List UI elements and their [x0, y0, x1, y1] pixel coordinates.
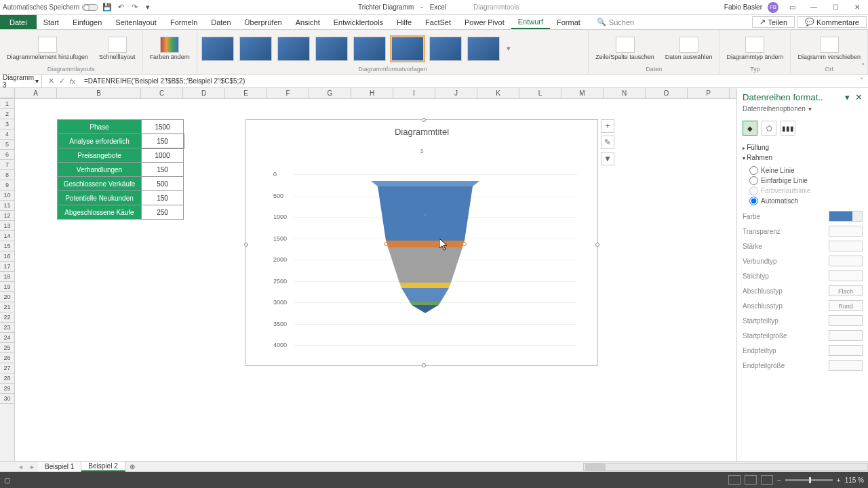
row-13[interactable]: 13 [0, 221, 14, 231]
chart-styles-button[interactable]: ✎ [601, 136, 614, 149]
close-icon[interactable]: ✕ [849, 1, 865, 14]
cell-gesch-label[interactable]: Geschlossene Verkäufe [58, 177, 142, 191]
row-7[interactable]: 7 [0, 160, 14, 170]
page-break-view-icon[interactable] [761, 475, 773, 485]
tab-formulas[interactable]: Formeln [163, 15, 204, 29]
chart-object[interactable]: Diagrammtitel 1 0 500 1000 1500 2000 250… [245, 119, 598, 366]
cell-abg-label[interactable]: Abgeschlossene Käufe [58, 205, 142, 220]
fill-section[interactable]: Füllung [743, 142, 863, 152]
expand-fx-icon[interactable]: ˅ [856, 77, 868, 85]
search-box[interactable]: 🔍 Suchen [591, 15, 639, 29]
funnel-shape[interactable] [364, 174, 486, 317]
quick-layout-button[interactable]: Schnelllayout [95, 35, 140, 62]
row-26[interactable]: 26 [0, 353, 14, 363]
series-tab-icon[interactable]: ▮▮▮ [781, 121, 795, 136]
row-15[interactable]: 15 [0, 241, 14, 251]
zoom-in-icon[interactable]: + [837, 476, 841, 484]
row-17[interactable]: 17 [0, 262, 14, 272]
redo-icon[interactable]: ↷ [130, 3, 139, 12]
sheet-nav-next-icon[interactable]: ▸ [26, 463, 38, 470]
col-J[interactable]: J [435, 88, 477, 98]
effects-tab-icon[interactable]: ⬠ [762, 121, 776, 136]
tab-file[interactable]: Datei [0, 15, 37, 29]
styles-more-icon[interactable]: ▾ [504, 44, 513, 53]
tab-design[interactable]: Entwurf [511, 15, 550, 29]
tab-start[interactable]: Start [37, 15, 66, 29]
record-macro-icon[interactable]: ▢ [4, 476, 10, 484]
switch-row-col-button[interactable]: Zeile/Spalte tauschen [591, 35, 658, 62]
chart-style-8[interactable] [467, 37, 500, 61]
change-chart-type-button[interactable]: Diagrammtyp ändern [722, 35, 787, 62]
pane-menu-icon[interactable]: ▾ [845, 92, 850, 102]
cell-analyse-val[interactable]: 150 [142, 134, 184, 148]
auto-line-radio[interactable]: Automatisch [749, 196, 863, 206]
sheet-nav-prev-icon[interactable]: ◂ [15, 463, 26, 470]
col-A[interactable]: A [15, 88, 57, 98]
cancel-fx-icon[interactable]: ✕ [46, 77, 56, 85]
tab-pagelayout[interactable]: Seitenlayout [108, 15, 163, 29]
row-3[interactable]: 3 [0, 119, 14, 129]
collapse-ribbon-icon[interactable]: ˄ [861, 62, 865, 71]
share-button[interactable]: ↗Teilen [752, 16, 795, 28]
chart-style-3[interactable] [277, 37, 310, 61]
tab-view[interactable]: Ansicht [289, 15, 327, 29]
zoom-slider[interactable] [785, 479, 833, 481]
row-14[interactable]: 14 [0, 231, 14, 241]
join-picker[interactable]: Rund [829, 300, 863, 311]
row-4[interactable]: 4 [0, 129, 14, 140]
chart-style-2[interactable] [239, 37, 272, 61]
select-data-button[interactable]: Daten auswählen [661, 35, 717, 62]
cell-gesch-val[interactable]: 500 [142, 177, 184, 191]
page-layout-view-icon[interactable] [745, 475, 757, 485]
tab-factset[interactable]: FactSet [418, 15, 458, 29]
chart-title[interactable]: Diagrammtitel [246, 120, 597, 137]
avatar[interactable]: FB [768, 2, 778, 13]
dash-picker[interactable] [829, 270, 863, 281]
move-chart-button[interactable]: Diagramm verschieben [793, 35, 865, 62]
col-H[interactable]: H [351, 88, 393, 98]
qat-more-icon[interactable]: ▾ [143, 3, 153, 12]
col-E[interactable]: E [225, 88, 267, 98]
cells-area[interactable]: Phase1500 Analyse erforderlich150 Preisa… [15, 99, 736, 461]
cap-picker[interactable]: Flach [829, 285, 863, 296]
row-21[interactable]: 21 [0, 302, 14, 312]
arrow-begin-type[interactable] [829, 315, 863, 326]
row-18[interactable]: 18 [0, 272, 14, 282]
cell-analyse-label[interactable]: Analyse erforderlich [58, 134, 142, 148]
add-sheet-button[interactable]: ⊕ [125, 463, 139, 470]
compound-picker[interactable] [829, 256, 863, 266]
col-B[interactable]: B [57, 88, 141, 98]
col-O[interactable]: O [646, 88, 688, 98]
row-8[interactable]: 8 [0, 170, 14, 180]
maximize-icon[interactable]: ☐ [827, 1, 844, 14]
chart-style-1[interactable] [201, 37, 234, 61]
tab-developer[interactable]: Entwicklertools [327, 15, 390, 29]
pane-close-icon[interactable]: ✕ [855, 92, 863, 102]
row-16[interactable]: 16 [0, 251, 14, 262]
cell-preis-label[interactable]: Preisangebote [58, 148, 142, 163]
cell-abg-val[interactable]: 250 [142, 205, 184, 220]
row-11[interactable]: 11 [0, 201, 14, 211]
tab-insert[interactable]: Einfügen [66, 15, 108, 29]
fx-icon[interactable]: fx [68, 77, 77, 85]
row-28[interactable]: 28 [0, 373, 14, 384]
tab-powerpivot[interactable]: Power Pivot [458, 15, 511, 29]
row-1[interactable]: 1 [0, 99, 14, 109]
chart-elements-button[interactable]: + [601, 119, 614, 133]
formula-input[interactable]: =DATENREIHE('Beispiel 2'!$B$5;;'Beispiel… [81, 77, 856, 85]
col-N[interactable]: N [604, 88, 646, 98]
row-19[interactable]: 19 [0, 282, 14, 292]
col-P[interactable]: P [688, 88, 730, 98]
change-colors-button[interactable]: Farben ändern [146, 35, 194, 62]
chart-filters-button[interactable]: ▼ [601, 152, 614, 165]
col-F[interactable]: F [267, 88, 309, 98]
border-section[interactable]: Rahmen [743, 152, 863, 163]
minimize-icon[interactable]: — [806, 1, 822, 14]
cell-pot-val[interactable]: 150 [142, 191, 184, 205]
col-L[interactable]: L [519, 88, 561, 98]
col-C[interactable]: C [141, 88, 183, 98]
row-20[interactable]: 20 [0, 292, 14, 302]
chart-style-7[interactable] [429, 37, 462, 61]
save-icon[interactable]: 💾 [102, 3, 112, 12]
horizontal-scrollbar[interactable] [583, 463, 868, 471]
